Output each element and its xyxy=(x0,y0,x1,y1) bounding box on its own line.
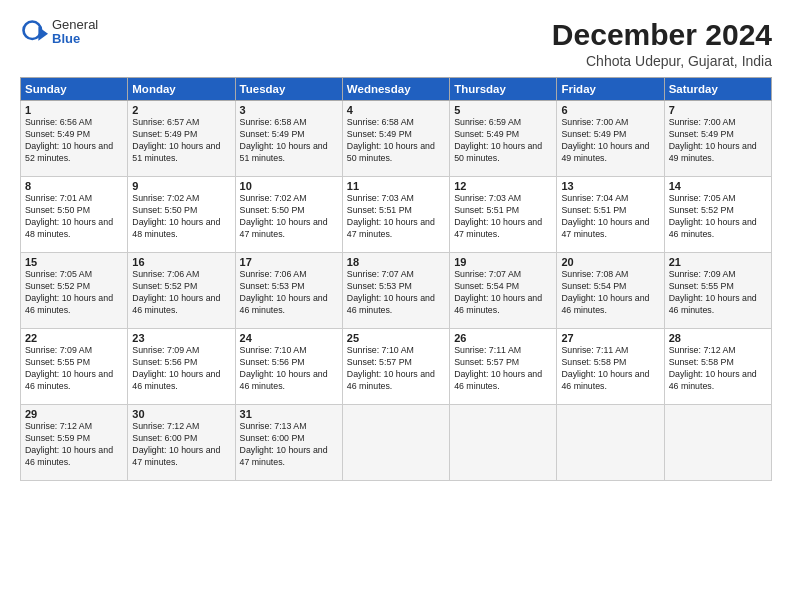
day-number: 3 xyxy=(240,104,338,116)
day-number: 17 xyxy=(240,256,338,268)
day-detail: Sunrise: 7:02 AMSunset: 5:50 PMDaylight:… xyxy=(132,193,220,239)
day-detail: Sunrise: 7:11 AMSunset: 5:58 PMDaylight:… xyxy=(561,345,649,391)
day-cell: 24Sunrise: 7:10 AMSunset: 5:56 PMDayligh… xyxy=(235,329,342,405)
day-cell: 22Sunrise: 7:09 AMSunset: 5:55 PMDayligh… xyxy=(21,329,128,405)
day-cell xyxy=(557,405,664,481)
column-header-friday: Friday xyxy=(557,78,664,101)
day-number: 11 xyxy=(347,180,445,192)
day-cell xyxy=(664,405,771,481)
day-cell xyxy=(342,405,449,481)
day-detail: Sunrise: 7:11 AMSunset: 5:57 PMDaylight:… xyxy=(454,345,542,391)
day-number: 16 xyxy=(132,256,230,268)
day-cell: 16Sunrise: 7:06 AMSunset: 5:52 PMDayligh… xyxy=(128,253,235,329)
day-cell: 12Sunrise: 7:03 AMSunset: 5:51 PMDayligh… xyxy=(450,177,557,253)
day-cell: 14Sunrise: 7:05 AMSunset: 5:52 PMDayligh… xyxy=(664,177,771,253)
day-number: 25 xyxy=(347,332,445,344)
column-header-saturday: Saturday xyxy=(664,78,771,101)
day-number: 6 xyxy=(561,104,659,116)
day-number: 28 xyxy=(669,332,767,344)
calendar-header-row: SundayMondayTuesdayWednesdayThursdayFrid… xyxy=(21,78,772,101)
day-detail: Sunrise: 6:58 AMSunset: 5:49 PMDaylight:… xyxy=(240,117,328,163)
day-detail: Sunrise: 7:13 AMSunset: 6:00 PMDaylight:… xyxy=(240,421,328,467)
day-cell xyxy=(450,405,557,481)
day-cell: 9Sunrise: 7:02 AMSunset: 5:50 PMDaylight… xyxy=(128,177,235,253)
day-detail: Sunrise: 7:07 AMSunset: 5:54 PMDaylight:… xyxy=(454,269,542,315)
day-detail: Sunrise: 7:00 AMSunset: 5:49 PMDaylight:… xyxy=(561,117,649,163)
day-cell: 17Sunrise: 7:06 AMSunset: 5:53 PMDayligh… xyxy=(235,253,342,329)
day-detail: Sunrise: 6:59 AMSunset: 5:49 PMDaylight:… xyxy=(454,117,542,163)
location: Chhota Udepur, Gujarat, India xyxy=(552,53,772,69)
day-number: 7 xyxy=(669,104,767,116)
day-detail: Sunrise: 7:06 AMSunset: 5:53 PMDaylight:… xyxy=(240,269,328,315)
day-number: 9 xyxy=(132,180,230,192)
day-cell: 29Sunrise: 7:12 AMSunset: 5:59 PMDayligh… xyxy=(21,405,128,481)
day-cell: 27Sunrise: 7:11 AMSunset: 5:58 PMDayligh… xyxy=(557,329,664,405)
day-detail: Sunrise: 7:00 AMSunset: 5:49 PMDaylight:… xyxy=(669,117,757,163)
day-number: 31 xyxy=(240,408,338,420)
day-detail: Sunrise: 6:58 AMSunset: 5:49 PMDaylight:… xyxy=(347,117,435,163)
column-header-thursday: Thursday xyxy=(450,78,557,101)
header: General Blue December 2024 Chhota Udepur… xyxy=(20,18,772,69)
day-cell: 1Sunrise: 6:56 AMSunset: 5:49 PMDaylight… xyxy=(21,101,128,177)
day-number: 14 xyxy=(669,180,767,192)
day-number: 12 xyxy=(454,180,552,192)
day-number: 29 xyxy=(25,408,123,420)
month-title: December 2024 xyxy=(552,18,772,51)
week-row-5: 29Sunrise: 7:12 AMSunset: 5:59 PMDayligh… xyxy=(21,405,772,481)
day-cell: 8Sunrise: 7:01 AMSunset: 5:50 PMDaylight… xyxy=(21,177,128,253)
day-cell: 20Sunrise: 7:08 AMSunset: 5:54 PMDayligh… xyxy=(557,253,664,329)
column-header-tuesday: Tuesday xyxy=(235,78,342,101)
day-detail: Sunrise: 7:05 AMSunset: 5:52 PMDaylight:… xyxy=(25,269,113,315)
day-detail: Sunrise: 7:09 AMSunset: 5:56 PMDaylight:… xyxy=(132,345,220,391)
day-cell: 21Sunrise: 7:09 AMSunset: 5:55 PMDayligh… xyxy=(664,253,771,329)
day-cell: 6Sunrise: 7:00 AMSunset: 5:49 PMDaylight… xyxy=(557,101,664,177)
column-header-wednesday: Wednesday xyxy=(342,78,449,101)
day-number: 18 xyxy=(347,256,445,268)
day-detail: Sunrise: 7:12 AMSunset: 5:59 PMDaylight:… xyxy=(25,421,113,467)
day-number: 2 xyxy=(132,104,230,116)
day-number: 22 xyxy=(25,332,123,344)
day-detail: Sunrise: 7:10 AMSunset: 5:56 PMDaylight:… xyxy=(240,345,328,391)
day-number: 1 xyxy=(25,104,123,116)
day-detail: Sunrise: 7:09 AMSunset: 5:55 PMDaylight:… xyxy=(25,345,113,391)
day-cell: 13Sunrise: 7:04 AMSunset: 5:51 PMDayligh… xyxy=(557,177,664,253)
day-cell: 5Sunrise: 6:59 AMSunset: 5:49 PMDaylight… xyxy=(450,101,557,177)
day-detail: Sunrise: 7:10 AMSunset: 5:57 PMDaylight:… xyxy=(347,345,435,391)
day-detail: Sunrise: 7:05 AMSunset: 5:52 PMDaylight:… xyxy=(669,193,757,239)
day-detail: Sunrise: 6:57 AMSunset: 5:49 PMDaylight:… xyxy=(132,117,220,163)
day-detail: Sunrise: 7:12 AMSunset: 5:58 PMDaylight:… xyxy=(669,345,757,391)
day-cell: 31Sunrise: 7:13 AMSunset: 6:00 PMDayligh… xyxy=(235,405,342,481)
day-number: 27 xyxy=(561,332,659,344)
day-cell: 15Sunrise: 7:05 AMSunset: 5:52 PMDayligh… xyxy=(21,253,128,329)
calendar-body: 1Sunrise: 6:56 AMSunset: 5:49 PMDaylight… xyxy=(21,101,772,481)
day-detail: Sunrise: 7:03 AMSunset: 5:51 PMDaylight:… xyxy=(347,193,435,239)
svg-marker-1 xyxy=(38,27,48,41)
column-header-monday: Monday xyxy=(128,78,235,101)
logo-general-text: General xyxy=(52,18,98,32)
day-detail: Sunrise: 7:09 AMSunset: 5:55 PMDaylight:… xyxy=(669,269,757,315)
day-number: 30 xyxy=(132,408,230,420)
day-cell: 4Sunrise: 6:58 AMSunset: 5:49 PMDaylight… xyxy=(342,101,449,177)
day-number: 26 xyxy=(454,332,552,344)
day-cell: 10Sunrise: 7:02 AMSunset: 5:50 PMDayligh… xyxy=(235,177,342,253)
day-number: 19 xyxy=(454,256,552,268)
day-cell: 11Sunrise: 7:03 AMSunset: 5:51 PMDayligh… xyxy=(342,177,449,253)
calendar-table: SundayMondayTuesdayWednesdayThursdayFrid… xyxy=(20,77,772,481)
day-cell: 2Sunrise: 6:57 AMSunset: 5:49 PMDaylight… xyxy=(128,101,235,177)
day-cell: 18Sunrise: 7:07 AMSunset: 5:53 PMDayligh… xyxy=(342,253,449,329)
day-detail: Sunrise: 7:08 AMSunset: 5:54 PMDaylight:… xyxy=(561,269,649,315)
day-number: 21 xyxy=(669,256,767,268)
day-detail: Sunrise: 7:07 AMSunset: 5:53 PMDaylight:… xyxy=(347,269,435,315)
day-cell: 28Sunrise: 7:12 AMSunset: 5:58 PMDayligh… xyxy=(664,329,771,405)
day-cell: 26Sunrise: 7:11 AMSunset: 5:57 PMDayligh… xyxy=(450,329,557,405)
day-cell: 19Sunrise: 7:07 AMSunset: 5:54 PMDayligh… xyxy=(450,253,557,329)
day-number: 4 xyxy=(347,104,445,116)
day-number: 10 xyxy=(240,180,338,192)
day-detail: Sunrise: 7:02 AMSunset: 5:50 PMDaylight:… xyxy=(240,193,328,239)
logo: General Blue xyxy=(20,18,98,47)
week-row-2: 8Sunrise: 7:01 AMSunset: 5:50 PMDaylight… xyxy=(21,177,772,253)
day-detail: Sunrise: 7:06 AMSunset: 5:52 PMDaylight:… xyxy=(132,269,220,315)
week-row-4: 22Sunrise: 7:09 AMSunset: 5:55 PMDayligh… xyxy=(21,329,772,405)
week-row-1: 1Sunrise: 6:56 AMSunset: 5:49 PMDaylight… xyxy=(21,101,772,177)
day-number: 8 xyxy=(25,180,123,192)
